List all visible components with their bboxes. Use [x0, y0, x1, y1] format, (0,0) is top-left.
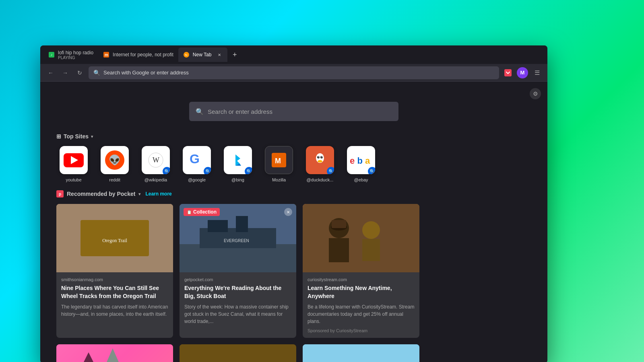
- refresh-button[interactable]: ↻: [74, 67, 85, 78]
- menu-button[interactable]: ☰: [531, 67, 543, 78]
- svg-rect-34: [332, 220, 346, 228]
- google-icon: G: [188, 150, 206, 171]
- ebay-icon: e b a y: [350, 154, 372, 166]
- svg-rect-28: [236, 216, 248, 232]
- newtab-search-bar[interactable]: 🔍 Search or enter address: [189, 102, 398, 121]
- article-card-curiosity[interactable]: curiositystream.com Learn Something New …: [303, 204, 419, 338]
- site-tile-mozilla[interactable]: M Mozilla: [262, 146, 296, 182]
- top-sites-grid: youtube 👽 reddit W: [56, 146, 531, 182]
- wikipedia-icon: W: [146, 150, 166, 170]
- svg-text:EVERGREEN: EVERGREEN: [224, 239, 249, 243]
- article-content-curiosity: curiositystream.com Learn Something New …: [303, 272, 419, 338]
- svg-rect-19: [56, 204, 173, 272]
- svg-text:W: W: [153, 156, 159, 164]
- svg-text:fx: fx: [185, 53, 187, 57]
- site-tile-wikipedia[interactable]: W 🔍 @wikipedia: [138, 146, 173, 182]
- svg-point-14: [320, 156, 323, 158]
- tab-lofi-title: lofi hip hop radio: [58, 50, 93, 56]
- google-icon-wrapper: G 🔍: [183, 146, 211, 174]
- search-section: 🔍 Search or enter address: [40, 82, 547, 133]
- article-card-boat[interactable]: EVERGREEN 📋 Collection ✕ getpocket.com E…: [180, 204, 296, 338]
- article-source-boat: getpocket.com: [184, 277, 291, 282]
- svg-rect-20: [64, 212, 145, 252]
- top-sites-header: ⊞ Top Sites ▾: [56, 133, 531, 140]
- article-card-small-3[interactable]: [303, 344, 419, 362]
- svg-rect-32: [329, 238, 349, 262]
- newtab-search-placeholder: Search or enter address: [208, 108, 272, 115]
- site-tile-reddit[interactable]: 👽 reddit: [97, 146, 132, 182]
- article-card-small-2[interactable]: [180, 344, 296, 362]
- forward-button[interactable]: →: [60, 67, 71, 78]
- tab-newtab[interactable]: fx New Tab ✕: [178, 47, 227, 62]
- article-card-small-1[interactable]: [56, 344, 173, 362]
- bing-search-badge: 🔍: [245, 167, 252, 174]
- mozilla-icon-wrapper: M: [265, 146, 293, 174]
- youtube-icon: [64, 153, 84, 167]
- new-tab-page: ⚙ 🔍 Search or enter address ⊞ Top Sites …: [40, 82, 547, 362]
- google-search-badge: 🔍: [204, 167, 211, 174]
- reddit-icon: 👽: [105, 150, 124, 170]
- article-title-boat: Everything We're Reading About the Big, …: [184, 284, 291, 300]
- svg-rect-23: [56, 256, 173, 272]
- svg-text:M: M: [275, 157, 281, 165]
- search-icon: 🔍: [93, 70, 100, 76]
- article-source-curiosity: curiositystream.com: [308, 277, 415, 282]
- site-tile-duckduckgo[interactable]: 🔍 @duckduck...: [303, 146, 337, 182]
- google-label: @google: [180, 177, 214, 182]
- svg-text:OREGON TRAIL: OREGON TRAIL: [88, 232, 122, 237]
- mozilla-tab-favicon: m: [103, 51, 109, 58]
- article-content-boat: getpocket.com Everything We're Reading A…: [180, 272, 296, 330]
- back-button[interactable]: ←: [45, 67, 56, 78]
- article-source-oregon: smithsonianmag.com: [61, 277, 168, 282]
- article-image-oregon: OREGON TRAIL: [56, 204, 173, 272]
- reddit-icon-wrapper: 👽: [101, 146, 129, 174]
- article-sponsor-curiosity: Sponsored by CuriosityStream: [308, 328, 415, 333]
- site-tile-bing[interactable]: 🔍 @bing: [221, 146, 255, 182]
- tab-close-button[interactable]: ✕: [216, 51, 223, 58]
- pocket-logo-icon: p: [56, 190, 64, 197]
- address-text: Search with Google or enter address: [103, 70, 189, 76]
- pocket-toolbar-button[interactable]: [502, 67, 514, 78]
- youtube-icon-wrapper: [60, 146, 88, 174]
- article-close-button[interactable]: ✕: [284, 208, 292, 216]
- new-tab-button[interactable]: +: [229, 49, 240, 60]
- svg-point-35: [362, 221, 380, 239]
- svg-point-16: [322, 156, 322, 157]
- learn-more-link[interactable]: Learn more: [145, 191, 171, 197]
- article-title-curiosity: Learn Something New Anytime, Anywhere: [308, 284, 415, 300]
- toolbar-right: M ☰: [502, 67, 543, 78]
- article-image-boat: EVERGREEN 📋 Collection ✕: [180, 204, 296, 272]
- toolbar: ← → ↻ 🔍 Search with Google or enter addr…: [40, 64, 547, 82]
- newtab-favicon: fx: [183, 51, 190, 58]
- pocket-header: p Recommended by Pocket ▾ Learn more: [56, 190, 531, 197]
- svg-point-13: [317, 156, 320, 158]
- tab-newtab-title: New Tab: [193, 52, 211, 58]
- top-sites-chevron[interactable]: ▾: [91, 134, 93, 139]
- mozilla-label: Mozilla: [262, 177, 296, 182]
- articles-grid-second-row: [56, 344, 531, 362]
- duckduckgo-search-badge: 🔍: [327, 167, 334, 174]
- profile-button[interactable]: M: [517, 67, 528, 78]
- reddit-label: reddit: [97, 177, 132, 182]
- tab-mozilla[interactable]: m Internet for people, not profit: [98, 47, 178, 62]
- svg-text:G: G: [190, 152, 200, 166]
- site-tile-google[interactable]: G 🔍 @google: [180, 146, 214, 182]
- ebay-label: @ebay: [344, 177, 378, 182]
- svg-text:e
                b
          : e b a y: [350, 156, 372, 166]
- svg-rect-21: [68, 216, 141, 248]
- duckduckgo-icon: [310, 150, 330, 170]
- tab-lofi[interactable]: ♪ lofi hip hop radio PLAYING: [43, 47, 98, 62]
- svg-rect-40: [180, 344, 296, 362]
- customize-button[interactable]: ⚙: [530, 88, 541, 99]
- svg-rect-25: [180, 244, 296, 272]
- site-tile-youtube[interactable]: youtube: [56, 146, 91, 182]
- pocket-chevron[interactable]: ▾: [138, 192, 140, 196]
- svg-rect-4: [504, 69, 512, 76]
- lofi-tab-favicon: ♪: [48, 51, 55, 58]
- bing-label: @bing: [221, 177, 255, 182]
- wikipedia-search-badge: 🔍: [163, 167, 170, 174]
- svg-rect-30: [303, 204, 419, 272]
- site-tile-ebay[interactable]: e b a y 🔍 @ebay: [344, 146, 378, 182]
- address-bar[interactable]: 🔍 Search with Google or enter address: [89, 66, 499, 79]
- article-card-oregon[interactable]: OREGON TRAIL smithsonianmag.com Nine Pla…: [56, 204, 173, 338]
